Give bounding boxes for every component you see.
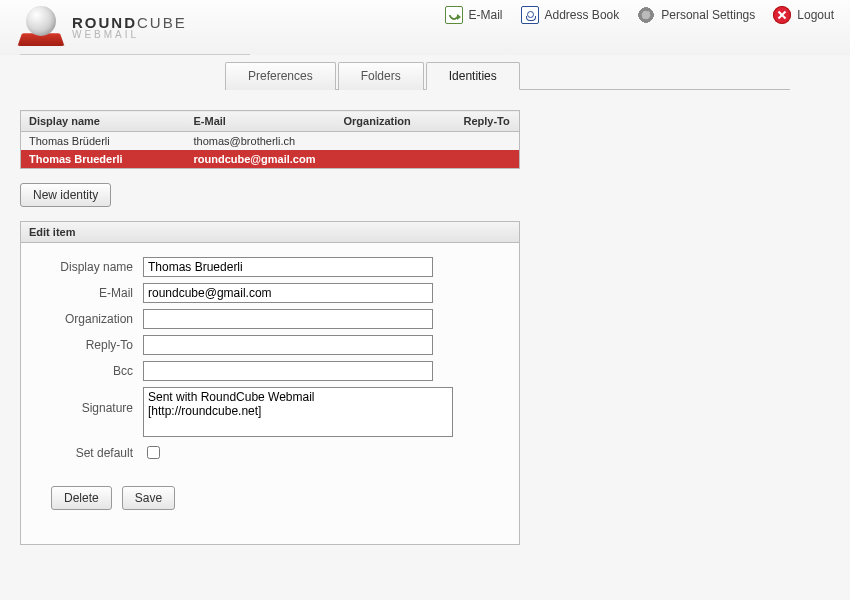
table-cell (456, 150, 520, 169)
nav-settings[interactable]: Personal Settings (637, 6, 755, 24)
nav-email[interactable]: E-Mail (445, 6, 503, 24)
input-bcc[interactable] (143, 361, 433, 381)
tab-folders[interactable]: Folders (338, 62, 424, 90)
input-reply-to[interactable] (143, 335, 433, 355)
delete-button[interactable]: Delete (51, 486, 112, 510)
col-display-name[interactable]: Display name (21, 111, 186, 132)
identities-table: Display name E-Mail Organization Reply-T… (20, 110, 520, 169)
table-cell (336, 132, 456, 151)
brand-line2: WEBMAIL (72, 30, 187, 40)
edit-identity-panel: Edit item Display name E-Mail Organizati… (20, 221, 520, 545)
label-email: E-Mail (33, 286, 143, 300)
nav-addressbook[interactable]: Address Book (521, 6, 620, 24)
label-bcc: Bcc (33, 364, 143, 378)
table-cell: roundcube@gmail.com (186, 150, 336, 169)
label-reply-to: Reply-To (33, 338, 143, 352)
nav-email-label: E-Mail (469, 8, 503, 22)
nav-settings-label: Personal Settings (661, 8, 755, 22)
table-cell (336, 150, 456, 169)
new-identity-button[interactable]: New identity (20, 183, 111, 207)
col-reply-to[interactable]: Reply-To (456, 111, 520, 132)
label-organization: Organization (33, 312, 143, 326)
logo-icon (20, 6, 62, 48)
nav-logout-label: Logout (797, 8, 834, 22)
table-row[interactable]: Thomas Brüderlithomas@brotherli.ch (21, 132, 520, 151)
gear-icon (637, 6, 655, 24)
label-set-default: Set default (33, 446, 143, 460)
mail-icon (445, 6, 463, 24)
input-signature[interactable] (143, 387, 453, 437)
brand-line1b: CUBE (137, 14, 187, 31)
panel-title: Edit item (21, 222, 519, 243)
checkbox-set-default[interactable] (147, 446, 160, 459)
save-button[interactable]: Save (122, 486, 175, 510)
table-cell: Thomas Bruederli (21, 150, 186, 169)
logo: ROUNDCUBE WEBMAIL (20, 6, 187, 48)
col-organization[interactable]: Organization (336, 111, 456, 132)
table-cell: thomas@brotherli.ch (186, 132, 336, 151)
nav-addressbook-label: Address Book (545, 8, 620, 22)
table-cell: Thomas Brüderli (21, 132, 186, 151)
table-cell (456, 132, 520, 151)
app-header: ROUNDCUBE WEBMAIL E-Mail Address Book Pe… (0, 0, 850, 55)
tab-identities[interactable]: Identities (426, 62, 520, 90)
label-display-name: Display name (33, 260, 143, 274)
input-display-name[interactable] (143, 257, 433, 277)
logout-icon (773, 6, 791, 24)
nav-logout[interactable]: Logout (773, 6, 834, 24)
settings-tabs: Preferences Folders Identities (225, 61, 790, 90)
label-signature: Signature (33, 387, 143, 415)
input-organization[interactable] (143, 309, 433, 329)
input-email[interactable] (143, 283, 433, 303)
addressbook-icon (521, 6, 539, 24)
col-email[interactable]: E-Mail (186, 111, 336, 132)
table-row[interactable]: Thomas Bruederliroundcube@gmail.com (21, 150, 520, 169)
top-nav: E-Mail Address Book Personal Settings Lo… (445, 6, 835, 24)
brand-line1a: ROUND (72, 14, 137, 31)
tab-preferences[interactable]: Preferences (225, 62, 336, 90)
